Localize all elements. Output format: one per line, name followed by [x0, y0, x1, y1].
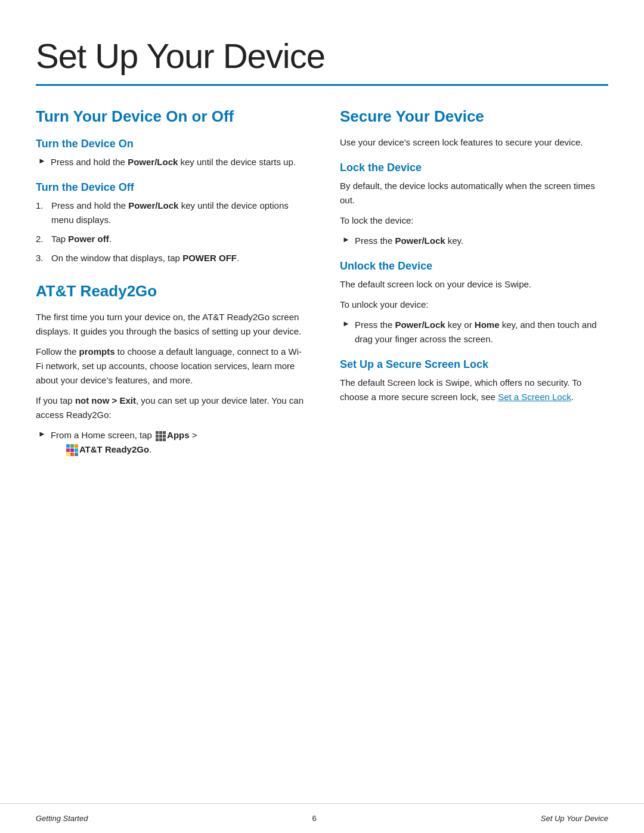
left-column: Turn Your Device On or Off Turn the Devi… [36, 107, 304, 462]
bold-poweroff-caps: POWER OFF [182, 253, 237, 263]
subsection-secure-screen-lock: Set Up a Secure Screen Lock The default … [340, 358, 608, 404]
bold-powerlock-1: Power/Lock [128, 157, 178, 167]
bold-home-unlock: Home [475, 320, 500, 330]
bullet-turn-on-text: Press and hold the Power/Lock key until … [51, 155, 296, 169]
subsection-heading-secure-lock: Set Up a Secure Screen Lock [340, 358, 608, 371]
list-item-3: 3. On the window that displays, tap POWE… [36, 251, 304, 265]
att-para-2: Follow the prompts to choose a default l… [36, 345, 304, 388]
section-heading-turn-device: Turn Your Device On or Off [36, 107, 304, 126]
subsection-heading-lock: Lock the Device [340, 162, 608, 174]
section-heading-secure: Secure Your Device [340, 107, 608, 126]
subsection-heading-turn-off: Turn the Device Off [36, 181, 304, 194]
att-para-1: The first time you turn your device on, … [36, 310, 304, 339]
unlock-para-1: The default screen lock on your device i… [340, 277, 608, 292]
bullet-triangle-att-icon: ► [38, 429, 46, 438]
bold-powerlock-lock: Power/Lock [395, 236, 445, 246]
title-divider [36, 84, 608, 86]
bullet-triangle-lock-icon: ► [342, 235, 350, 244]
unlock-para-2: To unlock your device: [340, 298, 608, 312]
list-text-2: Tap Power off. [51, 232, 112, 246]
content-columns: Turn Your Device On or Off Turn the Devi… [36, 107, 608, 462]
lock-para-2: To lock the device: [340, 213, 608, 228]
list-text-1: Press and hold the Power/Lock key until … [51, 199, 304, 227]
subsection-heading-unlock: Unlock the Device [340, 260, 608, 272]
subsection-turn-on: Turn the Device On ► Press and hold the … [36, 138, 304, 169]
section-turn-device: Turn Your Device On or Off Turn the Devi… [36, 107, 304, 265]
subsection-heading-turn-on: Turn the Device On [36, 138, 304, 150]
page-title: Set Up Your Device [36, 36, 608, 76]
bullet-att-text: From a Home screen, tap Apps > [51, 428, 197, 457]
secure-intro: Use your device’s screen lock features t… [340, 135, 608, 150]
lock-para-1: By default, the device locks automatical… [340, 179, 608, 208]
footer: Getting Started 6 Set Up Your Device [0, 803, 644, 833]
bullet-unlock-text: Press the Power/Lock key or Home key, an… [355, 318, 608, 346]
list-item-1: 1. Press and hold the Power/Lock key unt… [36, 199, 304, 227]
bold-apps: Apps [167, 430, 190, 440]
bullet-att-access: ► From a Home screen, tap Apps [36, 428, 304, 457]
bullet-triangle-icon: ► [38, 156, 46, 165]
bullet-triangle-unlock-icon: ► [342, 319, 350, 328]
subsection-unlock-device: Unlock the Device The default screen loc… [340, 260, 608, 346]
att-icon [66, 444, 78, 456]
right-column: Secure Your Device Use your device’s scr… [340, 107, 608, 462]
list-num-2: 2. [36, 232, 48, 246]
section-secure-device: Secure Your Device Use your device’s scr… [340, 107, 608, 404]
section-att-ready2go: AT&T Ready2Go The first time you turn yo… [36, 282, 304, 457]
att-ready2go-label: AT&T Re­ady2Go. [51, 444, 151, 454]
bold-powerlock-2: Power/Lock [128, 200, 178, 210]
section-heading-att: AT&T Ready2Go [36, 282, 304, 301]
footer-page-number: 6 [312, 814, 317, 823]
subsection-turn-off: Turn the Device Off 1. Press and hold th… [36, 181, 304, 265]
subsection-lock-device: Lock the Device By default, the device l… [340, 162, 608, 248]
set-screen-lock-link[interactable]: Set a Screen Lock [498, 392, 571, 402]
footer-left-text: Getting Started [36, 814, 88, 823]
bullet-lock-text: Press the Power/Lock key. [355, 234, 463, 248]
att-para-3: If you tap not now > Exit, you can set u… [36, 394, 304, 422]
footer-right-text: Set Up Your Device [541, 814, 608, 823]
turn-off-list: 1. Press and hold the Power/Lock key unt… [36, 199, 304, 265]
list-num-3: 3. [36, 251, 48, 265]
bold-att-ready2go: AT&T Re­ady2Go [79, 444, 149, 454]
bold-powerlock-unlock: Power/Lock [395, 320, 445, 330]
bullet-lock: ► Press the Power/Lock key. [340, 234, 608, 248]
bullet-turn-on: ► Press and hold the Power/Lock key unti… [36, 155, 304, 169]
list-text-3: On the window that displays, tap POWER O… [51, 251, 239, 265]
page: Set Up Your Device Turn Your Device On o… [0, 0, 644, 833]
bold-not-now: not now > Exit [75, 395, 136, 405]
list-num-1: 1. [36, 199, 48, 213]
bold-prompts: prompts [79, 346, 115, 357]
secure-lock-para: The default Screen lock is Swipe, which … [340, 376, 608, 404]
bold-poweroff: Power off [68, 234, 109, 244]
apps-grid-icon [156, 431, 166, 441]
list-item-2: 2. Tap Power off. [36, 232, 304, 246]
bullet-unlock: ► Press the Power/Lock key or Home key, … [340, 318, 608, 346]
